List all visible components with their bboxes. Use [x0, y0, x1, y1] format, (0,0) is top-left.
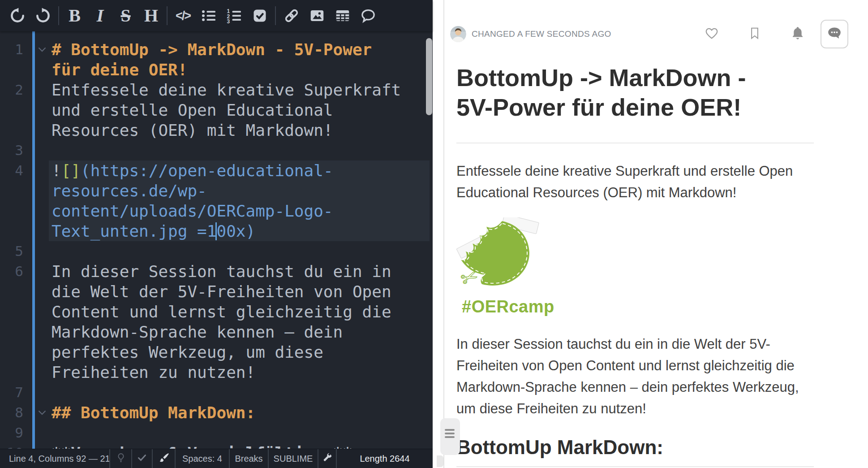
title-line-1: BottomUp -> MarkDown - — [456, 63, 814, 92]
editor-line-row[interactable]: ## BottomUp MarkDown: — [49, 403, 430, 423]
line-number: 2 — [15, 80, 23, 100]
line-number: 10 — [7, 443, 23, 449]
line-number: 5 — [15, 241, 23, 261]
editor-line-row[interactable]: Text_unten.jpg =100x) — [49, 221, 430, 241]
bold-button[interactable]: B — [62, 0, 87, 31]
avatar[interactable] — [450, 26, 466, 42]
indent-status[interactable]: Spaces: 4 — [176, 449, 230, 468]
editor-line-row[interactable]: **Verwahren & Vervielfältigen** — [49, 443, 430, 449]
keymap-status[interactable]: SUBLIME — [269, 449, 318, 468]
comment-bubble-icon — [826, 25, 842, 43]
editor-line-row[interactable]: ![](https://open-educational- — [49, 160, 430, 181]
code-button[interactable]: </> — [170, 0, 196, 31]
code-token: [] — [61, 161, 81, 180]
editor-line-row[interactable] — [49, 423, 430, 443]
paintbrush-icon — [158, 452, 170, 466]
editor-status-bar: Line 4, Columns 92 — 21 Spaces: 4 Breaks… — [0, 449, 433, 468]
theme-button[interactable] — [153, 449, 176, 468]
strikethrough-button[interactable]: S — [113, 0, 138, 31]
toolbar-separator — [58, 6, 59, 25]
editor-code-area[interactable]: 12345678910 # BottomUp -> MarkDown - 5V-… — [0, 31, 433, 449]
notifications-button[interactable] — [790, 26, 805, 42]
toc-toggle-handle[interactable] — [440, 418, 460, 455]
editor-line-row[interactable]: und erstelle Open Educational — [49, 100, 430, 120]
numbered-list-button[interactable]: 123 — [221, 0, 247, 31]
like-button[interactable] — [704, 26, 719, 42]
code-token: In dieser Session tauchst du ein in — [52, 262, 391, 281]
editor-line-row[interactable]: In dieser Session tauchst du ein in — [49, 261, 430, 282]
link-button[interactable] — [279, 0, 304, 31]
table-button[interactable] — [330, 0, 355, 31]
oercamp-logo: ✂ #OERcamp — [456, 217, 546, 316]
comment-button[interactable] — [355, 0, 381, 31]
paragraph-intro: Entfessele deine kreative Superkraft und… — [456, 160, 814, 204]
editor-line-row[interactable] — [49, 241, 430, 261]
spellcheck-button[interactable] — [132, 449, 153, 468]
editor-line-row[interactable]: resources.de/wp- — [49, 181, 430, 201]
night-mode-button[interactable] — [110, 449, 132, 468]
fold-arrow-icon[interactable] — [37, 39, 47, 60]
editor-line-row[interactable] — [49, 382, 430, 403]
comment-icon — [360, 7, 377, 24]
heading-button[interactable]: H — [138, 0, 164, 31]
code-icon: </> — [176, 9, 190, 23]
line-number: 7 — [15, 382, 23, 403]
toc-handle-icon — [445, 429, 455, 440]
editor-line-row[interactable] — [49, 140, 430, 160]
toc-secondary-handle[interactable] — [437, 455, 443, 467]
italic-button[interactable]: I — [87, 0, 113, 31]
bullet-list-icon — [201, 8, 217, 24]
wrench-icon — [322, 452, 333, 465]
editor-line-row[interactable]: Resources (OER) mit Markdown! — [49, 120, 430, 140]
editor-fold-column — [35, 31, 49, 449]
editor-line-row[interactable]: die Welt der 5V-Freiheiten von Open — [49, 282, 430, 302]
document-title: BottomUp -> MarkDown -5V-Power für deine… — [456, 63, 814, 143]
svg-text:3: 3 — [227, 18, 230, 24]
code-token: die Welt der 5V-Freiheiten von Open — [52, 282, 391, 301]
undo-icon — [9, 7, 26, 24]
bookmark-button[interactable] — [747, 26, 762, 42]
bullet-list-button[interactable] — [196, 0, 221, 31]
code-token: perfektes Werkzeug, um diese — [52, 343, 323, 361]
codimd-app: B I S H </> 123 — [0, 0, 868, 468]
image-icon — [309, 8, 325, 24]
editor-lines: # BottomUp -> MarkDown - 5V-Powerfür dei… — [49, 31, 430, 449]
editor-scrollbar-thumb[interactable] — [426, 38, 432, 115]
editor-line-row[interactable]: für deine OER! — [49, 60, 430, 80]
preview-actions — [704, 20, 868, 48]
editor-gutter: 12345678910 — [0, 31, 35, 449]
paragraph-session: In dieser Session tauchst du ein in die … — [456, 334, 814, 420]
preferences-button[interactable] — [318, 449, 337, 468]
comments-panel-button[interactable] — [821, 20, 848, 48]
editor-line-row[interactable]: Markdown-Sprache kennen – dein — [49, 322, 430, 342]
editor-line-row[interactable]: Content und lernst gleichzeitig die — [49, 302, 430, 322]
editor-line-row[interactable]: Freiheiten zu nutzen! — [49, 362, 430, 382]
fold-arrow-icon[interactable] — [37, 403, 47, 423]
undo-button[interactable] — [4, 0, 30, 31]
table-icon — [335, 8, 351, 24]
toolbar-separator — [167, 6, 168, 25]
code-token: Resources (OER) mit Markdown! — [52, 121, 333, 139]
numbered-list-icon: 123 — [226, 8, 242, 24]
link-icon — [283, 7, 300, 24]
line-number: 6 — [15, 261, 23, 282]
pane-resizer[interactable] — [433, 0, 443, 468]
line-number: 1 — [15, 39, 23, 60]
editor-line-row[interactable]: perfektes Werkzeug, um diese — [49, 342, 430, 362]
editor-line-row[interactable]: Entfessele deine kreative Superkraft — [49, 80, 430, 100]
check-list-button[interactable] — [247, 0, 272, 31]
line-number: 9 — [15, 423, 23, 443]
last-changed-text: CHANGED A FEW SECONDS AGO — [472, 29, 611, 39]
editor-line-row[interactable]: content/uploads/OERCamp-Logo- — [49, 201, 430, 221]
lightbulb-icon — [116, 452, 126, 465]
logo-caption: #OERcamp — [462, 297, 546, 316]
check-square-icon — [252, 8, 268, 24]
linebreak-status[interactable]: Breaks — [230, 449, 269, 468]
image-button[interactable] — [304, 0, 330, 31]
code-token: Entfessele deine kreative Superkraft — [52, 81, 401, 99]
preview-header: CHANGED A FEW SECONDS AGO — [450, 20, 868, 48]
redo-button[interactable] — [30, 0, 56, 31]
editor-line-row[interactable]: # BottomUp -> MarkDown - 5V-Power — [49, 39, 430, 60]
bold-icon: B — [69, 7, 81, 25]
strikethrough-icon: S — [120, 7, 130, 25]
